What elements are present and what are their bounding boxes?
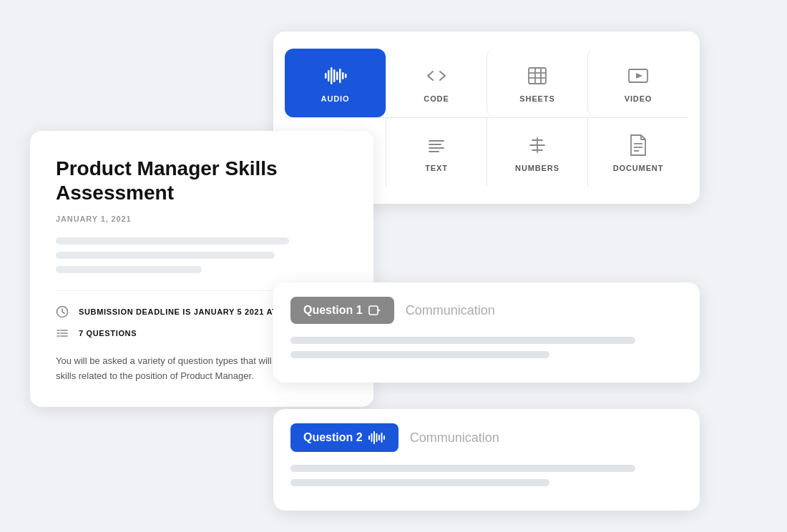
svg-rect-2 [331, 67, 333, 84]
numbers-icon [524, 132, 550, 158]
media-item-text[interactable]: TEXT [386, 118, 487, 187]
audio-icon [323, 63, 348, 89]
text-label: TEXT [425, 164, 448, 172]
deadline-text: SUBMISSION DEADLINE IS JANUARY 5 2021 AT [79, 307, 278, 316]
svg-rect-35 [369, 306, 378, 315]
questions-text: 7 QUESTIONS [79, 329, 137, 338]
svg-rect-1 [328, 70, 330, 82]
question2-lines [290, 465, 683, 486]
question1-video-icon [368, 305, 381, 316]
svg-rect-38 [371, 433, 372, 442]
media-item-code[interactable]: CODE [386, 49, 487, 117]
media-row-1: AUDIO CODE SHEETS [285, 49, 688, 117]
q1-line-1 [290, 337, 635, 344]
assessment-date: JANUARY 1, 2021 [56, 215, 348, 223]
placeholder-line-3 [56, 266, 202, 273]
svg-rect-4 [336, 72, 338, 80]
svg-rect-6 [342, 72, 344, 79]
text-icon [424, 132, 449, 158]
document-label: DOCUMENT [613, 164, 664, 172]
media-item-document[interactable]: DOCUMENT [587, 118, 688, 187]
placeholder-line-2 [56, 252, 275, 259]
question1-label: Question 1 [303, 304, 363, 317]
sheets-label: SHEETS [519, 94, 554, 103]
svg-marker-36 [378, 309, 381, 312]
question2-badge[interactable]: Question 2 [290, 423, 399, 452]
svg-rect-7 [345, 74, 347, 78]
video-label: VIDEO [625, 94, 652, 103]
svg-rect-39 [373, 431, 375, 444]
question1-header: Question 1 Communication [290, 297, 683, 324]
q2-line-1 [290, 465, 635, 472]
q1-line-2 [290, 351, 549, 358]
question2-category: Communication [410, 430, 499, 445]
question2-label: Question 2 [303, 431, 363, 444]
list-icon [56, 327, 70, 340]
placeholder-line-1 [56, 237, 289, 245]
svg-rect-0 [325, 73, 327, 79]
numbers-label: NUMBERS [515, 164, 559, 172]
question2-header: Question 2 Communication [290, 423, 683, 452]
svg-rect-42 [381, 433, 382, 443]
svg-rect-5 [339, 69, 341, 83]
q2-line-2 [290, 479, 549, 486]
assessment-title: Product Manager Skills Assessment [56, 157, 348, 205]
media-item-sheets[interactable]: SHEETS [487, 49, 587, 117]
media-item-audio[interactable]: AUDIO [285, 49, 386, 117]
svg-rect-3 [333, 69, 336, 82]
svg-rect-8 [529, 68, 546, 84]
audio-label: AUDIO [321, 94, 350, 103]
svg-rect-37 [368, 435, 370, 440]
question2-audio-icon [368, 430, 386, 445]
sheets-icon [524, 63, 550, 89]
question1-category: Communication [406, 303, 495, 318]
svg-rect-41 [378, 435, 380, 440]
video-icon [625, 63, 651, 89]
question2-card: Question 2 Communication [273, 409, 700, 511]
code-label: CODE [424, 94, 449, 103]
question1-card: Question 1 Communication [273, 282, 700, 383]
clock-icon [56, 305, 70, 318]
media-item-video[interactable]: VIDEO [587, 49, 688, 117]
question1-lines [290, 337, 683, 358]
document-icon [625, 132, 651, 158]
code-icon [424, 63, 449, 89]
svg-rect-43 [383, 435, 385, 440]
media-item-numbers[interactable]: NUMBERS [487, 118, 587, 187]
svg-rect-40 [376, 433, 377, 442]
question1-badge[interactable]: Question 1 [290, 297, 394, 324]
svg-marker-14 [636, 73, 642, 79]
